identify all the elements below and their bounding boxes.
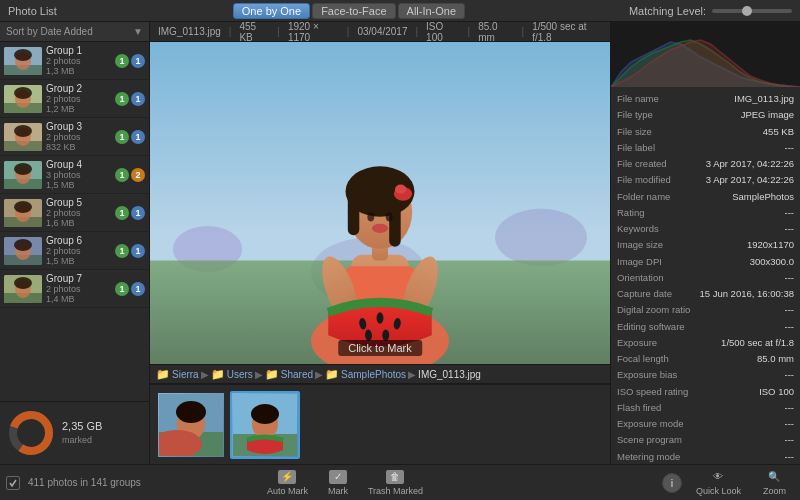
meta-row-18: ISO speed rating ISO 100 bbox=[617, 384, 794, 400]
thumbnail-strip bbox=[150, 384, 610, 464]
badge-green-7: 1 bbox=[115, 282, 129, 296]
svg-point-32 bbox=[495, 209, 587, 267]
view-mode-one-by-one[interactable]: One by One bbox=[233, 3, 310, 19]
folder-icon-sierra: 📁 bbox=[156, 368, 170, 381]
group-thumb-7 bbox=[4, 275, 42, 303]
zoom-button[interactable]: 🔍 Zoom bbox=[755, 468, 794, 498]
sidebar: Sort by Date Added ▼ Group 1 2 photos 1,… bbox=[0, 22, 150, 464]
meta-val-12: 15 Jun 2016, 16:00:38 bbox=[699, 287, 794, 301]
group-badges-4: 1 2 bbox=[115, 168, 145, 182]
bottom-right: i 👁 Quick Look 🔍 Zoom bbox=[662, 468, 794, 498]
svg-point-43 bbox=[367, 212, 374, 221]
mark-icon: ✓ bbox=[329, 470, 347, 484]
image-info-bar: IMG_0113.jpg | 455 KB | 1920 × 1170 | 03… bbox=[150, 22, 610, 42]
meta-key-10: Image DPI bbox=[617, 255, 662, 269]
view-mode-face-to-face[interactable]: Face-to-Face bbox=[312, 3, 395, 19]
meta-val-10: 300x300.0 bbox=[750, 255, 794, 269]
svg-point-3 bbox=[14, 49, 32, 61]
group-list: Group 1 2 photos 1,3 MB 1 1 Group 2 2 ph… bbox=[0, 42, 149, 401]
meta-row-1: File type JPEG image bbox=[617, 107, 794, 123]
main-image-area[interactable]: Click to Mark bbox=[150, 42, 610, 364]
info-button[interactable]: i bbox=[662, 473, 682, 493]
sort-icon[interactable]: ▼ bbox=[133, 26, 143, 37]
breadcrumb-sierra[interactable]: Sierra bbox=[172, 369, 199, 380]
meta-row-22: Metering mode --- bbox=[617, 449, 794, 465]
main-content: Sort by Date Added ▼ Group 1 2 photos 1,… bbox=[0, 22, 800, 464]
meta-val-2: 455 KB bbox=[763, 125, 794, 139]
badge-blue-7: 1 bbox=[131, 282, 145, 296]
group-info-6: Group 6 2 photos 1,5 MB bbox=[42, 235, 115, 266]
meta-val-1: JPEG image bbox=[741, 108, 794, 122]
click-to-mark-label[interactable]: Click to Mark bbox=[338, 340, 422, 356]
view-mode-all-in-one[interactable]: All-In-One bbox=[398, 3, 466, 19]
view-modes: One by One Face-to-Face All-In-One bbox=[233, 3, 465, 19]
group-info-7: Group 7 2 photos 1,4 MB bbox=[42, 273, 115, 304]
matching-level-slider[interactable] bbox=[712, 9, 792, 13]
group-info-3: Group 3 2 photos 832 KB bbox=[42, 121, 115, 152]
meta-key-4: File created bbox=[617, 157, 667, 171]
svg-point-45 bbox=[372, 224, 388, 233]
breadcrumb-samplephotos[interactable]: SamplePhotos bbox=[341, 369, 406, 380]
meta-val-18: ISO 100 bbox=[759, 385, 794, 399]
meta-key-5: File modified bbox=[617, 173, 671, 187]
badge-blue-2: 1 bbox=[131, 92, 145, 106]
group-item-4[interactable]: Group 4 3 photos 1,5 MB 1 2 bbox=[0, 156, 149, 194]
meta-val-21: --- bbox=[785, 433, 795, 447]
meta-row-5: File modified 3 Apr 2017, 04:22:26 bbox=[617, 172, 794, 188]
auto-mark-button[interactable]: ⚡ Auto Mark bbox=[259, 468, 316, 498]
meta-row-20: Exposure mode --- bbox=[617, 416, 794, 432]
meta-row-10: Image DPI 300x300.0 bbox=[617, 254, 794, 270]
meta-key-6: Folder name bbox=[617, 190, 670, 204]
img-filename: IMG_0113.jpg bbox=[158, 26, 221, 37]
meta-key-15: Exposure bbox=[617, 336, 657, 350]
group-item-7[interactable]: Group 7 2 photos 1,4 MB 1 1 bbox=[0, 270, 149, 308]
photo-count: 411 photos in 141 groups bbox=[28, 477, 259, 488]
group-item-5[interactable]: Group 5 2 photos 1,6 MB 1 1 bbox=[0, 194, 149, 232]
group-item-3[interactable]: Group 3 2 photos 832 KB 1 1 bbox=[0, 118, 149, 156]
group-item-6[interactable]: Group 6 2 photos 1,5 MB 1 1 bbox=[0, 232, 149, 270]
img-sep3: | bbox=[347, 26, 350, 37]
group-thumb-5 bbox=[4, 199, 42, 227]
sidebar-footer: 2,35 GB marked bbox=[0, 401, 149, 464]
breadcrumb-shared[interactable]: Shared bbox=[281, 369, 313, 380]
meta-row-17: Exposure bias --- bbox=[617, 367, 794, 383]
img-focal: 85.0 mm bbox=[478, 22, 513, 43]
meta-val-14: --- bbox=[785, 320, 795, 334]
meta-key-21: Scene program bbox=[617, 433, 682, 447]
badge-blue-5: 1 bbox=[131, 206, 145, 220]
group-thumb-4 bbox=[4, 161, 42, 189]
meta-val-22: --- bbox=[785, 450, 795, 464]
quick-look-button[interactable]: 👁 Quick Look bbox=[688, 468, 749, 498]
sort-label: Sort by Date Added bbox=[6, 26, 93, 37]
thumbnail-2[interactable] bbox=[230, 391, 300, 459]
quick-look-icon: 👁 bbox=[709, 470, 727, 484]
group-item-1[interactable]: Group 1 2 photos 1,3 MB 1 1 bbox=[0, 42, 149, 80]
group-info-4: Group 4 3 photos 1,5 MB bbox=[42, 159, 115, 190]
badge-green-5: 1 bbox=[115, 206, 129, 220]
badge-green-6: 1 bbox=[115, 244, 129, 258]
center-panel: IMG_0113.jpg | 455 KB | 1920 × 1170 | 03… bbox=[150, 22, 610, 464]
breadcrumb-users[interactable]: Users bbox=[227, 369, 253, 380]
img-filesize: 455 KB bbox=[239, 22, 269, 43]
meta-val-19: --- bbox=[785, 401, 795, 415]
meta-val-3: --- bbox=[785, 141, 795, 155]
trash-marked-button[interactable]: 🗑 Trash Marked bbox=[360, 468, 431, 498]
thumbnail-1[interactable] bbox=[156, 391, 226, 459]
badge-blue-6: 1 bbox=[131, 244, 145, 258]
mark-button[interactable]: ✓ Mark bbox=[320, 468, 356, 498]
img-sep4: | bbox=[415, 26, 418, 37]
svg-point-44 bbox=[386, 212, 393, 221]
img-sep1: | bbox=[229, 26, 232, 37]
meta-val-11: --- bbox=[785, 271, 795, 285]
trash-icon: 🗑 bbox=[386, 470, 404, 484]
sidebar-header: Sort by Date Added ▼ bbox=[0, 22, 149, 42]
folder-icon-samplephotos: 📁 bbox=[325, 368, 339, 381]
meta-key-9: Image size bbox=[617, 238, 663, 252]
group-item-2[interactable]: Group 2 2 photos 1,2 MB 1 1 bbox=[0, 80, 149, 118]
meta-key-22: Metering mode bbox=[617, 450, 680, 464]
meta-key-3: File label bbox=[617, 141, 655, 155]
checkbox-icon[interactable] bbox=[6, 476, 20, 490]
meta-row-11: Orientation --- bbox=[617, 270, 794, 286]
meta-row-12: Capture date 15 Jun 2016, 16:00:38 bbox=[617, 286, 794, 302]
meta-val-0: IMG_0113.jpg bbox=[734, 92, 794, 106]
